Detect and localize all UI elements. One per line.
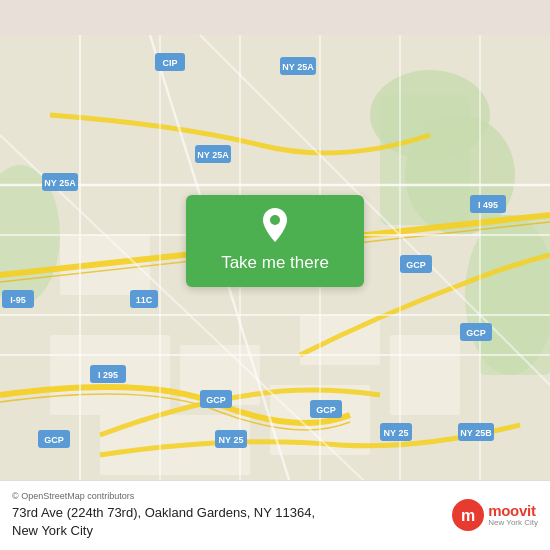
moovit-city: New York City [488,519,538,527]
svg-text:GCP: GCP [44,435,64,445]
svg-text:GCP: GCP [406,260,426,270]
svg-text:NY 25A: NY 25A [197,150,229,160]
svg-rect-3 [380,95,470,225]
svg-text:11C: 11C [136,295,153,305]
svg-point-61 [270,215,280,225]
take-me-there-button[interactable]: Take me there [186,195,364,287]
moovit-text: moovit New York City [488,503,538,527]
map-container: CIP NY 25A NY 25A NY 25A I 495 I 295 GCP… [0,0,550,550]
svg-text:NY 25B: NY 25B [460,428,492,438]
bottom-bar: © OpenStreetMap contributors 73rd Ave (2… [0,480,550,550]
location-pin-icon [257,209,293,245]
address-line1: 73rd Ave (224th 73rd), Oakland Gardens, … [12,505,315,520]
moovit-icon: m [452,499,484,531]
svg-text:m: m [461,507,475,524]
svg-text:CIP: CIP [162,58,177,68]
moovit-logo: m moovit New York City [452,499,538,531]
take-me-there-label: Take me there [221,253,329,273]
svg-text:I-95: I-95 [10,295,26,305]
bottom-left-section: © OpenStreetMap contributors 73rd Ave (2… [12,491,442,540]
osm-attribution: © OpenStreetMap contributors [12,491,442,501]
svg-text:GCP: GCP [206,395,226,405]
svg-text:NY 25: NY 25 [384,428,409,438]
address-line2: New York City [12,523,93,538]
svg-text:NY 25A: NY 25A [44,178,76,188]
svg-text:I 495: I 495 [478,200,498,210]
svg-text:GCP: GCP [316,405,336,415]
moovit-brand-name: moovit [488,503,538,518]
address-display: 73rd Ave (224th 73rd), Oakland Gardens, … [12,504,442,540]
svg-text:I 295: I 295 [98,370,118,380]
svg-text:NY 25A: NY 25A [282,62,314,72]
svg-text:GCP: GCP [466,328,486,338]
svg-text:NY 25: NY 25 [219,435,244,445]
osm-attribution-text: © OpenStreetMap contributors [12,491,134,501]
